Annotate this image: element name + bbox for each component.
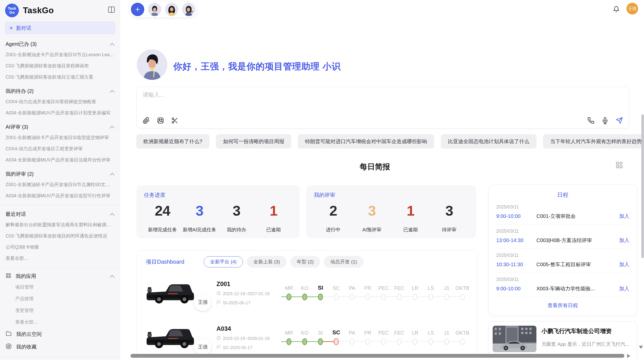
section-title: 我的应用: [16, 273, 36, 280]
briefing-layout-icon[interactable]: [616, 161, 623, 170]
greeting-text: 你好，王强，我是你的项目管理助理 小识: [173, 61, 341, 72]
stat-item: 24新增完成任务: [144, 203, 181, 233]
suggestion-chip[interactable]: 特朗普可能对进口汽车增税会对中国车企造成哪些影响: [298, 134, 434, 148]
scroll-down-arrow-icon[interactable]: [639, 346, 643, 349]
app-sub-item[interactable]: 查看全部...: [0, 316, 120, 328]
horizontal-scrollbar[interactable]: [130, 354, 624, 358]
sidebar-task-item[interactable]: C0X4-动力总成开发项目工程变更评审: [0, 143, 120, 154]
sidebar-task-item[interactable]: A034-全新新能源MUV产品开发项目计划变更表编写: [0, 107, 120, 118]
event-time: 13:00-14:30: [496, 237, 536, 243]
star-circle-icon: [6, 343, 12, 351]
milestone-label: PR: [364, 328, 371, 336]
recent-chat-item[interactable]: 查看全部...: [0, 253, 120, 264]
user-avatar[interactable]: 王强: [626, 3, 638, 14]
recent-chat-item[interactable]: 解释最新出台的欧盟报废车法规再生塑料比例被调至15%...: [0, 219, 120, 230]
schedule-event: 2025/03/1113:00-14:30C003|H0B-方案冻结评审加入: [496, 224, 629, 248]
milestone-label: J1: [444, 283, 449, 291]
sidebar-task-item[interactable]: A034-全新新能源MUV产品开发项目法规符合性评审: [0, 154, 120, 166]
stat-value: 3: [218, 203, 255, 219]
project-next-milestone: SI-2025-05-17: [216, 300, 279, 306]
scissors-icon[interactable]: [171, 117, 178, 124]
sidebar-section-header[interactable]: AI评审 (3): [0, 118, 120, 132]
sidebar-section-header[interactable]: Agent已办 (3): [0, 36, 120, 49]
send-icon[interactable]: [616, 117, 623, 124]
phone-icon[interactable]: [587, 117, 594, 124]
project-owner-badge: 王强: [194, 294, 211, 311]
chat-input[interactable]: [142, 91, 575, 108]
sidebar-item-label: 我的收藏: [16, 343, 37, 350]
logo-text-bottom: Go: [9, 10, 15, 14]
app-sub-item[interactable]: 项目管理: [0, 281, 120, 293]
milestone-dot: [302, 338, 307, 345]
join-link[interactable]: 加入: [619, 213, 629, 220]
milestone-label: OKTB: [456, 328, 469, 336]
image-icon[interactable]: [157, 117, 164, 124]
dashboard-tab[interactable]: 全新上装 (3): [247, 256, 286, 267]
sidebar-collapse-icon[interactable]: [108, 7, 115, 13]
sidebar-task-item[interactable]: Z001-全新燃油轻卡产品开发项目SI节点属性5D文件评审: [0, 179, 120, 190]
suggestion-chip[interactable]: 如何写一份清晰的项目周报: [216, 134, 291, 148]
stat-label: 进行中: [314, 227, 353, 233]
my-apps-header[interactable]: 我的应用: [0, 268, 120, 281]
view-all-schedule-link[interactable]: 查看所有日程: [496, 297, 629, 313]
app-name: TaskGo: [23, 6, 54, 15]
sidebar-task-item[interactable]: C02-飞腾新能源轻客改款项目立项汇报方案: [0, 71, 120, 83]
milestone-dot: [365, 339, 370, 345]
join-link[interactable]: 加入: [619, 285, 629, 292]
milestone-PA: PA: [344, 328, 360, 348]
suggestion-chip[interactable]: 欧洲新规最近颁布了什么?: [136, 134, 209, 148]
dashboard-tab[interactable]: 全新平台 (4): [204, 256, 243, 267]
scroll-right-arrow-icon[interactable]: [627, 354, 630, 358]
sidebar-section-header[interactable]: 我的待办 (2): [0, 83, 120, 96]
contact-avatar-2[interactable]: [165, 3, 178, 16]
sidebar-item-我的云空间[interactable]: 我的云空间: [0, 328, 120, 340]
suggestion-chip[interactable]: 比亚迪全固态电池计划具体说了什么: [441, 134, 536, 148]
stat-value: 3: [430, 203, 469, 219]
join-link[interactable]: 加入: [619, 261, 629, 268]
stat-item: 2进行中: [314, 203, 353, 233]
sidebar-task-item[interactable]: Z001-全新燃油皮卡产品开发项目SI节点Lesson Learn报告: [0, 49, 120, 60]
contact-avatar-3[interactable]: [182, 3, 195, 16]
milestone-dot: [460, 294, 465, 300]
vertical-scrollbar[interactable]: [641, 114, 644, 258]
stat-label: AI预评审: [353, 227, 391, 233]
schedule-card: 日程 2025/03/119:00-10:00C001-立项审批会加入2025/…: [488, 184, 637, 316]
notification-bell-icon[interactable]: [613, 6, 620, 14]
recent-chat-item[interactable]: C02-飞腾新能源轻客改款项目的闭环通告反馈情况: [0, 230, 120, 242]
sidebar-item-label: 我的云空间: [16, 331, 42, 338]
sidebar-item-我的收藏[interactable]: 我的收藏: [0, 340, 120, 353]
dashboard-tab[interactable]: 动总开发 (1): [324, 256, 363, 267]
sidebar-task-item[interactable]: A034-全新新能源MUV产品开发项目造型可行性评审: [0, 190, 120, 201]
sidebar-task-item[interactable]: Z001-全新燃油轻卡产品开发项目SI造型提交物评审: [0, 132, 120, 143]
milestone-dot: [302, 294, 307, 301]
add-conversation-button[interactable]: +: [131, 3, 144, 16]
event-time: 9:00-10:00: [496, 286, 536, 292]
briefing-cards: 任务进度24新增完成任务3新增AI完成任务3我的待办1已逾期我的评审2进行中3A…: [136, 185, 476, 238]
dashboard-tab[interactable]: 年型 (2): [290, 256, 320, 267]
suggestion-chip[interactable]: 当下年轻人对汽车外观有怎样的喜好趋势: [543, 134, 644, 148]
app-sub-item[interactable]: 产品管理: [0, 293, 120, 305]
recent-chats-header[interactable]: 最近对话: [0, 206, 120, 219]
sidebar-task-item[interactable]: C0X4-动力总成开发项目SI里程碑提交物检查: [0, 96, 120, 107]
app-sub-item[interactable]: 变更管理: [0, 305, 120, 316]
sidebar-task-item[interactable]: C02-飞腾新能源轻客改款项目里程碑画布: [0, 60, 120, 71]
attach-icon[interactable]: [143, 117, 150, 124]
cloud-folder-icon: [6, 331, 12, 338]
contact-avatar-1[interactable]: [148, 3, 161, 16]
milestone-dot: [429, 339, 433, 345]
schedule-event: 2025/03/119:00-10:00X003-车辆动力学性能验...加入: [496, 273, 629, 297]
stat-value: 3: [353, 203, 391, 219]
mic-icon[interactable]: [602, 117, 609, 124]
milestone-MR: MR: [281, 283, 297, 303]
plus-icon: +: [9, 24, 13, 32]
clock-icon: [216, 291, 221, 297]
project-dates: 2023-12-19~2026-01-19: [216, 336, 279, 341]
milestone-LS: LS: [423, 283, 439, 303]
recent-chat-item[interactable]: 公司Q3轻卡销量: [0, 242, 120, 253]
sidebar-section-header[interactable]: 我的评审 (2): [0, 166, 120, 179]
sidebar-tool-AI超级员工[interactable]: AI超级员工: [0, 358, 120, 360]
project-image: 王强: [143, 280, 216, 306]
new-chat-button[interactable]: + 新对话: [5, 22, 115, 34]
join-link[interactable]: 加入: [619, 237, 629, 244]
divider: [0, 205, 120, 205]
